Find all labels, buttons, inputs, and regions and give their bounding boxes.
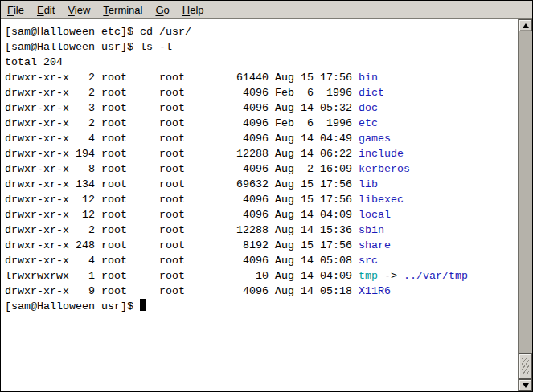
- terminal-line: drwxr-xr-x 2 root root 4096 Feb 6 1996 d…: [5, 85, 518, 100]
- directory-name: dict: [359, 87, 384, 99]
- terminal-text: drwxr-xr-x 134 root root 69632 Aug 15 17…: [5, 178, 359, 190]
- scrollbar-trough[interactable]: [519, 31, 532, 379]
- scrollbar-thumb[interactable]: [519, 353, 532, 379]
- terminal-line: drwxr-xr-x 4 root root 4096 Aug 14 04:49…: [5, 131, 518, 146]
- directory-name: bin: [359, 71, 378, 84]
- directory-name: ../var/tmp: [404, 270, 468, 282]
- menu-view-label: iew: [75, 4, 91, 16]
- menu-terminal-label: erminal: [109, 4, 143, 16]
- menu-edit-label: dit: [44, 4, 55, 16]
- terminal-text: drwxr-xr-x 248 root root 8192 Aug 15 17:…: [5, 239, 359, 251]
- directory-name: libexec: [359, 194, 404, 206]
- terminal-line: [sam@Halloween usr]$: [5, 299, 518, 314]
- terminal-line: [sam@Halloween usr]$ ls -l: [5, 39, 518, 55]
- terminal-text: drwxr-xr-x 194 root root 12288 Aug 14 06…: [5, 148, 359, 160]
- menu-go[interactable]: Go: [149, 2, 175, 18]
- menu-bar: File Edit View Terminal Go Help: [1, 1, 532, 19]
- terminal-window: File Edit View Terminal Go Help [sam@Hal…: [0, 0, 533, 392]
- terminal-text: drwxr-xr-x 12 root root 4096 Aug 14 04:0…: [5, 209, 359, 221]
- terminal-line: drwxr-xr-x 12 root root 4096 Aug 14 04:0…: [5, 207, 518, 223]
- scroll-down-icon: [523, 383, 529, 388]
- terminal-text: drwxr-xr-x 8 root root 4096 Aug 2 16:09: [5, 163, 359, 175]
- directory-name: sbin: [359, 224, 384, 236]
- directory-name: src: [359, 255, 378, 267]
- terminal-text: [sam@Halloween usr]$ ls -l: [5, 41, 172, 53]
- terminal-text: drwxr-xr-x 2 root root 4096 Feb 6 1996: [5, 117, 359, 129]
- terminal-text: [sam@Halloween etc]$ cd /usr/: [5, 26, 191, 38]
- terminal-text: drwxr-xr-x 2 root root 61440 Aug 15 17:5…: [5, 71, 359, 84]
- terminal-output[interactable]: [sam@Halloween etc]$ cd /usr/[sam@Hallow…: [1, 19, 518, 391]
- directory-name: etc: [359, 117, 378, 129]
- terminal-line: drwxr-xr-x 134 root root 69632 Aug 15 17…: [5, 177, 518, 192]
- terminal-text: drwxr-xr-x 9 root root 4096 Aug 14 05:18: [5, 285, 359, 297]
- terminal-line: drwxr-xr-x 12 root root 4096 Aug 15 17:5…: [5, 192, 518, 207]
- directory-name: doc: [359, 102, 378, 114]
- menu-help[interactable]: Help: [176, 2, 211, 18]
- menu-file[interactable]: File: [1, 2, 31, 18]
- menu-terminal[interactable]: Terminal: [96, 2, 149, 18]
- menu-edit[interactable]: Edit: [31, 2, 61, 18]
- symlink-name: tmp: [359, 270, 378, 282]
- terminal-line: drwxr-xr-x 8 root root 4096 Aug 2 16:09 …: [5, 161, 518, 177]
- terminal-line: drwxr-xr-x 3 root root 4096 Aug 14 05:32…: [5, 100, 518, 116]
- menu-edit-accel: E: [37, 4, 44, 16]
- terminal-text: total 204: [5, 56, 63, 68]
- terminal-text: drwxr-xr-x 2 root root 4096 Feb 6 1996: [5, 87, 359, 99]
- directory-name: lib: [359, 178, 378, 190]
- directory-name: kerberos: [359, 163, 410, 175]
- terminal-main: [sam@Halloween etc]$ cd /usr/[sam@Hallow…: [1, 19, 532, 391]
- terminal-text: drwxr-xr-x 12 root root 4096 Aug 15 17:5…: [5, 194, 359, 206]
- menu-file-label: ile: [14, 4, 24, 16]
- scroll-down-button[interactable]: [519, 379, 532, 391]
- terminal-line: total 204: [5, 55, 518, 70]
- menu-file-accel: F: [7, 4, 14, 16]
- menu-view-accel: V: [68, 4, 74, 16]
- terminal-text: ->: [378, 270, 404, 282]
- directory-name: include: [359, 148, 404, 160]
- terminal-line: drwxr-xr-x 2 root root 4096 Feb 6 1996 e…: [5, 116, 518, 131]
- menu-help-accel: H: [182, 4, 190, 16]
- terminal-cursor: [140, 299, 146, 311]
- directory-name: games: [359, 133, 391, 145]
- terminal-line: drwxr-xr-x 2 root root 12288 Aug 14 15:3…: [5, 223, 518, 238]
- scrollbar: [518, 19, 532, 391]
- scroll-up-button[interactable]: [519, 19, 532, 31]
- directory-name: local: [359, 209, 391, 221]
- terminal-line: drwxr-xr-x 9 root root 4096 Aug 14 05:18…: [5, 284, 518, 299]
- terminal-line: [sam@Halloween etc]$ cd /usr/: [5, 24, 518, 39]
- terminal-line: drwxr-xr-x 4 root root 4096 Aug 14 05:08…: [5, 253, 518, 268]
- terminal-text: drwxr-xr-x 3 root root 4096 Aug 14 05:32: [5, 102, 359, 114]
- terminal-line: drwxr-xr-x 248 root root 8192 Aug 15 17:…: [5, 238, 518, 253]
- scroll-up-icon: [523, 23, 529, 28]
- terminal-line: lrwxrwxrwx 1 root root 10 Aug 14 04:09 t…: [5, 268, 518, 284]
- terminal-text: drwxr-xr-x 2 root root 12288 Aug 14 15:3…: [5, 224, 359, 236]
- menu-go-accel: G: [155, 4, 163, 16]
- terminal-text: lrwxrwxrwx 1 root root 10 Aug 14 04:09: [5, 270, 359, 282]
- terminal-text: drwxr-xr-x 4 root root 4096 Aug 14 04:49: [5, 133, 359, 145]
- directory-name: share: [359, 239, 391, 251]
- terminal-line: drwxr-xr-x 194 root root 12288 Aug 14 06…: [5, 146, 518, 161]
- menu-help-label: elp: [190, 4, 203, 16]
- menu-go-label: o: [164, 4, 170, 16]
- terminal-line: drwxr-xr-x 2 root root 61440 Aug 15 17:5…: [5, 70, 518, 85]
- menu-view[interactable]: View: [61, 2, 96, 18]
- terminal-text: [sam@Halloween usr]$: [5, 300, 140, 312]
- directory-name: X11R6: [359, 285, 391, 297]
- scrollbar-grip-icon: [522, 358, 529, 374]
- terminal-text: drwxr-xr-x 4 root root 4096 Aug 14 05:08: [5, 255, 359, 267]
